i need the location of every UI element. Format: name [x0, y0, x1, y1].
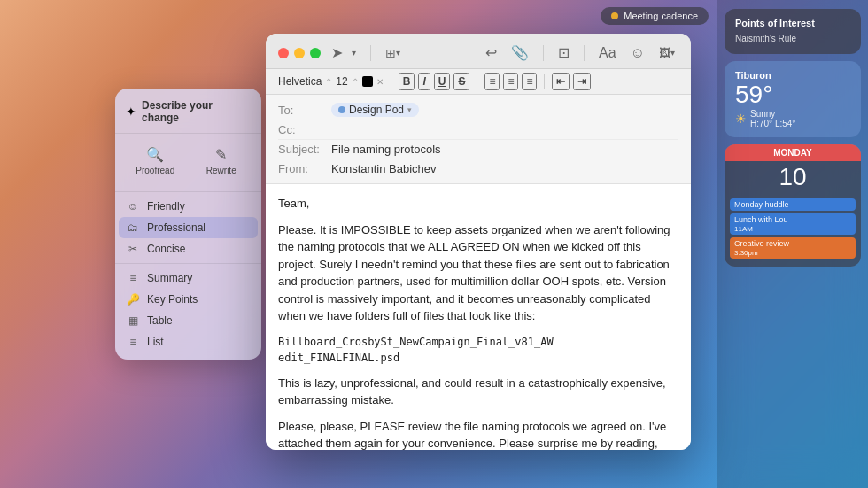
poi-title: Points of Interest: [735, 18, 850, 28]
align-left-button[interactable]: ≡: [484, 73, 500, 90]
ai-divider-mid: [115, 263, 261, 264]
send-group: ➤ ▾: [328, 43, 360, 63]
mail-body[interactable]: Team, Please. It is IMPOSSIBLE to keep a…: [266, 184, 691, 450]
bold-button[interactable]: B: [399, 73, 415, 90]
summary-icon: ≡: [126, 272, 140, 284]
menu-item-friendly[interactable]: ☺ Friendly: [115, 196, 261, 217]
key-points-icon: 🔑: [126, 293, 140, 306]
ai-actions-row: 🔍 Proofread ✎ Rewrite: [115, 134, 261, 188]
font-name: Helvetica: [278, 75, 322, 88]
align-center-button[interactable]: ≡: [503, 73, 518, 90]
cc-row: Cc:: [278, 120, 678, 140]
from-label: From:: [278, 162, 331, 175]
font-size: 12: [336, 75, 347, 88]
meeting-cadence-bar[interactable]: Meeting cadence: [601, 7, 709, 25]
proofread-icon: 🔍: [146, 146, 164, 163]
mail-headers: To: Design Pod ▾ Cc: Subject: File namin…: [266, 95, 691, 184]
menu-item-list[interactable]: ≡ List: [115, 331, 261, 352]
ai-sparkle-icon: ✦: [126, 105, 136, 119]
table-icon: ▦: [126, 314, 140, 327]
menu-item-summary[interactable]: ≡ Summary: [115, 267, 261, 289]
calendar-day-number: 10: [725, 161, 861, 195]
attach-button[interactable]: 📎: [508, 43, 532, 63]
undo-button[interactable]: ↩: [482, 43, 500, 63]
to-label: To:: [278, 104, 331, 117]
toolbar-sep-1: [370, 45, 371, 61]
meeting-status-dot: [611, 12, 618, 19]
maximize-button[interactable]: [310, 48, 321, 58]
calendar-event-1: Monday huddle: [730, 198, 856, 211]
toolbar-sep-2: [543, 45, 544, 61]
mail-filename: Billboard_CrosbySt_NewCampaign_Final_v81…: [278, 334, 678, 366]
concise-icon: ✂: [126, 243, 140, 255]
indent-increase-button[interactable]: ⇥: [573, 73, 591, 90]
weather-condition: Sunny: [750, 109, 795, 119]
mail-paragraph2: This is lazy, unprofessional, and could …: [278, 375, 678, 409]
color-swatch[interactable]: [362, 76, 373, 87]
menu-item-professional[interactable]: 🗂 Professional: [119, 217, 258, 238]
ai-panel: ✦ Describe your change 🔍 Proofread ✎ Rew…: [115, 89, 261, 360]
widgets-panel: Points of Interest Naismith's Rule Tibur…: [717, 0, 868, 488]
menu-item-key-points[interactable]: 🔑 Key Points: [115, 289, 261, 310]
minimize-button[interactable]: [294, 48, 305, 58]
align-right-button[interactable]: ≡: [522, 73, 537, 90]
strikethrough-button[interactable]: S: [453, 73, 469, 90]
recipient-tag[interactable]: Design Pod ▾: [331, 103, 419, 117]
traffic-lights: [278, 48, 321, 58]
italic-button[interactable]: I: [418, 73, 430, 90]
key-points-label: Key Points: [147, 293, 198, 306]
font-size-button[interactable]: Aa: [595, 43, 620, 63]
weather-city: Tiburon: [735, 70, 850, 81]
subject-label: Subject:: [278, 143, 331, 156]
underline-button[interactable]: U: [434, 73, 451, 90]
to-row: To: Design Pod ▾: [278, 100, 678, 120]
rewrite-label: Rewrite: [206, 166, 236, 175]
subject-value: File naming protocols: [331, 143, 441, 156]
color-clear-icon[interactable]: ✕: [376, 77, 384, 87]
list-label: List: [147, 336, 164, 348]
recipient-chevron-icon: ▾: [407, 105, 412, 114]
menu-item-table[interactable]: ▦ Table: [115, 310, 261, 331]
send-button[interactable]: ➤: [328, 43, 346, 63]
list-icon: ≡: [126, 336, 140, 348]
mail-titlebar: ➤ ▾ ⊞ ▾ ↩ 📎 ⊡ Aa ☺ 🖼 ▾: [266, 34, 691, 69]
size-chevron-icon: ⌃: [352, 77, 359, 87]
mail-greeting: Team,: [278, 195, 678, 213]
toolbar-sep-3: [584, 45, 585, 61]
close-button[interactable]: [278, 48, 289, 58]
weather-temp: 59°: [735, 81, 850, 109]
rewrite-icon: ✎: [215, 146, 227, 163]
calendar-event-3: Creative review 3:30pm: [730, 237, 856, 259]
from-value: Konstantin Babichev: [331, 162, 437, 175]
concise-label: Concise: [147, 243, 185, 255]
format-toggle-button[interactable]: ⊞ ▾: [382, 44, 404, 62]
summary-label: Summary: [147, 272, 192, 284]
proofread-label: Proofread: [136, 166, 174, 175]
window-expand-button[interactable]: ⊡: [554, 43, 573, 63]
friendly-icon: ☺: [126, 200, 140, 213]
ai-panel-title: Describe your change: [142, 99, 251, 124]
calendar-event-2: Lunch with Lou 11AM: [730, 213, 856, 235]
font-aa-label: Aa: [599, 45, 616, 61]
send-chevron-button[interactable]: ▾: [348, 46, 360, 59]
cc-label: Cc:: [278, 123, 331, 136]
weather-highlow: H:70° L:54°: [750, 119, 795, 128]
rewrite-button[interactable]: ✎ Rewrite: [189, 141, 255, 181]
table-label: Table: [147, 314, 173, 327]
friendly-label: Friendly: [147, 200, 185, 213]
format-sep-2: [477, 74, 477, 89]
ai-divider-top: [115, 191, 261, 192]
indent-decrease-button[interactable]: ⇤: [552, 73, 570, 90]
emoji-button[interactable]: ☺: [627, 43, 648, 63]
image-insert-button[interactable]: 🖼 ▾: [655, 44, 678, 61]
calendar-day-name: MONDAY: [725, 144, 861, 161]
format-sep-1: [391, 74, 391, 89]
proofread-button[interactable]: 🔍 Proofread: [122, 141, 189, 181]
font-chevron-icon: ⌃: [325, 77, 332, 87]
format-bar: Helvetica ⌃ 12 ⌃ ✕ B I U S ≡ ≡ ≡ ⇤ ⇥: [266, 69, 691, 95]
widget-poi: Points of Interest Naismith's Rule: [725, 9, 861, 54]
professional-label: Professional: [147, 221, 205, 234]
menu-item-concise[interactable]: ✂ Concise: [115, 238, 261, 259]
mail-paragraph3: Please, please, PLEASE review the file n…: [278, 418, 678, 451]
professional-icon: 🗂: [126, 221, 140, 234]
